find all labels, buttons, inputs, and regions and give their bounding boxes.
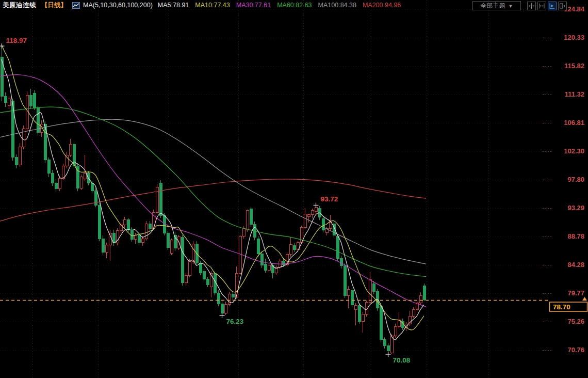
candle-down (380, 304, 382, 342)
candle-down (232, 292, 234, 300)
grid (0, 0, 553, 378)
candles (1, 46, 426, 354)
ma-lines (0, 45, 426, 340)
candle-up (26, 91, 28, 131)
axis-tick-label: 84.28 (567, 261, 584, 269)
axis-range-tool-button[interactable] (537, 2, 546, 10)
candle-up (152, 210, 155, 230)
candle-down (344, 263, 346, 298)
legend-bar: 美原油连续 【日线】 MA(5,10,30,60,100,200) MA5:78… (0, 0, 401, 10)
candle-down (358, 303, 361, 324)
candle-up (235, 266, 238, 298)
candle-up (188, 259, 191, 277)
ma200-line (0, 179, 426, 221)
candle-up (362, 312, 364, 333)
candle-down (167, 231, 169, 250)
candle-down (250, 207, 252, 227)
swing-price-label: 118.97 (6, 37, 27, 44)
candle-up (275, 265, 277, 275)
pan-tool-button[interactable] (527, 2, 536, 10)
candle-up (224, 302, 227, 315)
candle-down (102, 235, 104, 255)
toolbar: 全部主题 ▼ (472, 1, 567, 10)
candle-up (347, 286, 350, 308)
current-price-tag: 78.70 (550, 297, 587, 311)
candle-up (19, 143, 21, 167)
candle-down (15, 154, 18, 168)
candle-down (271, 263, 274, 279)
candle-down (98, 203, 101, 241)
swing-marker-high: 118.97 (0, 37, 27, 49)
swing-annotations: 118.9793.7276.2370.08 (0, 37, 411, 364)
candle-up (105, 243, 108, 259)
candle-down (206, 277, 209, 288)
axis-tick-label: 115.82 (564, 62, 584, 70)
candlestick-chart[interactable]: 118.9793.7276.2370.08124.84120.33115.821… (0, 0, 588, 378)
axis-tick-label: 124.84 (564, 5, 585, 13)
candle-down (257, 236, 259, 256)
swing-marker-low: 76.23 (220, 313, 244, 325)
candle-down (33, 90, 36, 110)
theme-selector-button[interactable]: 全部主题 ▼ (472, 1, 521, 10)
axis-tick-label: 102.30 (564, 147, 584, 155)
price-axis[interactable]: 124.84120.33115.82111.32106.81102.3097.8… (564, 5, 585, 354)
shift-right-tool-button[interactable] (558, 2, 567, 10)
candle-up (109, 230, 111, 261)
candle-up (354, 303, 357, 325)
caret-down-icon: ▼ (509, 4, 513, 9)
axis-tick-label: 70.76 (567, 346, 584, 354)
go-to-latest-tool-button[interactable] (548, 2, 557, 10)
candle-up (185, 273, 187, 286)
candle-up (228, 292, 231, 306)
candle-down (264, 259, 267, 273)
ma100-line (0, 119, 426, 264)
candle-down (55, 179, 57, 191)
candle-down (51, 170, 54, 186)
candle-up (134, 233, 137, 244)
candle-down (372, 281, 375, 294)
candle-up (419, 292, 422, 305)
candle-up (311, 209, 314, 219)
ma60-line (0, 107, 426, 276)
candle-up (412, 307, 415, 318)
candle-down (159, 180, 162, 218)
symbol-name: 美原油连续 (3, 1, 36, 10)
candle-up (307, 214, 310, 223)
ma-indicator-icon (72, 2, 80, 9)
candle-up (66, 152, 68, 168)
axis-tick-label: 97.80 (567, 176, 584, 183)
candle-down (29, 89, 32, 109)
candle-down (293, 243, 296, 252)
swing-marker-low: 70.08 (386, 352, 411, 364)
candle-up (170, 239, 173, 255)
candle-up (22, 125, 25, 149)
swing-marker-high: 93.72 (314, 195, 338, 208)
candle-down (4, 92, 7, 107)
ma30-line (0, 75, 426, 307)
legend-ma-value: MA200:94.96 (363, 2, 401, 9)
chart-tool-group (527, 2, 567, 10)
legend-ma-value: MA5:78.91 (158, 2, 189, 9)
candle-down (336, 234, 339, 261)
candle-up (116, 228, 119, 245)
candle-down (1, 46, 3, 101)
candle-down (340, 256, 342, 268)
candle-down (127, 218, 129, 232)
candle-up (80, 175, 83, 191)
axis-tick-label: 88.78 (567, 232, 584, 240)
axis-tick-label: 79.77 (567, 289, 584, 297)
legend-ma-value: MA30:77.61 (236, 2, 271, 9)
candle-up (246, 210, 249, 232)
chart-window: 118.9793.7276.2370.08124.84120.33115.821… (0, 0, 588, 378)
candle-down (130, 227, 133, 242)
candle-up (268, 263, 270, 272)
candle-down (214, 271, 216, 296)
theme-selector-label: 全部主题 (481, 2, 505, 10)
swing-price-label: 76.23 (226, 318, 244, 325)
candle-down (260, 251, 263, 268)
candle-up (239, 235, 241, 275)
candle-down (322, 216, 324, 232)
ma5-line (2, 59, 424, 340)
candle-up (394, 324, 397, 338)
candle-down (217, 290, 220, 306)
